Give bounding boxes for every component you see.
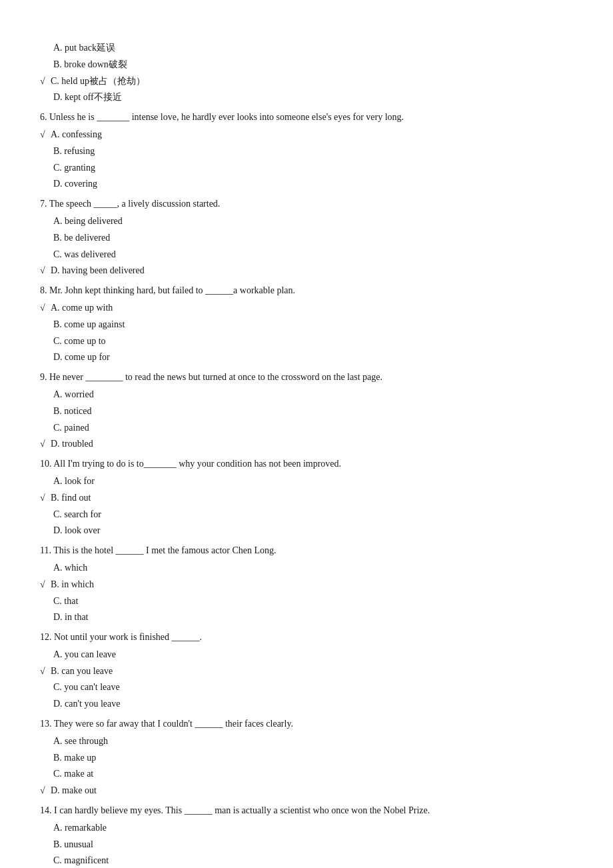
option-text: D. covering bbox=[53, 176, 97, 192]
option-row: C. was delivered bbox=[40, 247, 573, 263]
option-row: √ D. having been delivered bbox=[40, 263, 573, 279]
option-text: A. worried bbox=[53, 387, 94, 403]
option-row: A. look for bbox=[40, 473, 573, 489]
option-text: C. granting bbox=[53, 160, 95, 176]
option-text: C. magnificent bbox=[53, 853, 109, 868]
option-row: C. pained bbox=[40, 420, 573, 436]
option-text: C. come up to bbox=[53, 333, 106, 349]
option-row: √ D. make out bbox=[40, 783, 573, 799]
option-row: √ D. troubled bbox=[40, 436, 573, 452]
option-row: B. noticed bbox=[40, 403, 573, 419]
option-text: D. in that bbox=[53, 609, 89, 625]
option-row: A. remarkable bbox=[40, 820, 573, 836]
option-text: B. refusing bbox=[53, 143, 95, 159]
question-text: 9. He never ________ to read the news bu… bbox=[40, 369, 573, 385]
option-text: A. put back延误 bbox=[53, 40, 115, 56]
option-row: D. can't you leave bbox=[40, 696, 573, 712]
option-text: B. broke down破裂 bbox=[53, 57, 127, 73]
question-text: 6. Unless he is _______ intense love, he… bbox=[40, 109, 573, 125]
option-row: A. worried bbox=[40, 387, 573, 403]
option-row: B. broke down破裂 bbox=[40, 57, 573, 73]
question-text: 13. They were so far away that I couldn'… bbox=[40, 716, 573, 732]
content: A. put back延误B. broke down破裂√ C. held up… bbox=[40, 40, 573, 868]
option-text: B. in which bbox=[51, 577, 94, 593]
option-row: D. kept off不接近 bbox=[40, 89, 573, 105]
option-text: A. confessing bbox=[51, 127, 102, 143]
option-text: D. come up for bbox=[53, 349, 110, 365]
question-text: 7. The speech _____, a lively discussion… bbox=[40, 196, 573, 212]
correct-check: √ bbox=[40, 300, 51, 316]
option-row: C. make at bbox=[40, 766, 573, 782]
option-text: B. unusual bbox=[53, 837, 93, 853]
option-row: A. being delivered bbox=[40, 213, 573, 229]
question-text: 10. All I'm trying to do is to_______ wh… bbox=[40, 456, 573, 472]
option-text: C. was delivered bbox=[53, 247, 116, 263]
option-text: C. make at bbox=[53, 766, 93, 782]
option-row: C. you can't leave bbox=[40, 679, 573, 695]
option-text: D. troubled bbox=[51, 436, 93, 452]
option-text: A. see through bbox=[53, 733, 108, 749]
option-text: B. noticed bbox=[53, 403, 92, 419]
correct-check: √ bbox=[40, 490, 51, 506]
option-row: D. covering bbox=[40, 176, 573, 192]
correct-check: √ bbox=[40, 263, 51, 279]
option-row: B. make up bbox=[40, 750, 573, 766]
option-row: D. look over bbox=[40, 523, 573, 539]
option-text: A. being delivered bbox=[53, 213, 123, 229]
question-text: 14. I can hardly believe my eyes. This _… bbox=[40, 803, 573, 819]
option-text: B. come up against bbox=[53, 317, 125, 333]
option-text: D. look over bbox=[53, 523, 100, 539]
option-row: A. you can leave bbox=[40, 647, 573, 663]
correct-check: √ bbox=[40, 73, 51, 89]
question-text: 11. This is the hotel ______ I met the f… bbox=[40, 543, 573, 559]
option-row: √ C. held up被占（抢劫） bbox=[40, 73, 573, 89]
correct-check: √ bbox=[40, 663, 51, 679]
correct-check: √ bbox=[40, 577, 51, 593]
option-row: B. be delivered bbox=[40, 230, 573, 246]
option-row: √ A. come up with bbox=[40, 300, 573, 316]
option-text: C. held up被占（抢劫） bbox=[51, 73, 145, 89]
option-text: D. kept off不接近 bbox=[53, 89, 122, 105]
correct-check: √ bbox=[40, 436, 51, 452]
option-text: D. make out bbox=[51, 783, 97, 799]
option-row: C. magnificent bbox=[40, 853, 573, 868]
option-row: D. come up for bbox=[40, 349, 573, 365]
correct-check: √ bbox=[40, 127, 51, 143]
option-text: D. having been delivered bbox=[51, 263, 145, 279]
option-text: B. find out bbox=[51, 490, 91, 506]
option-row: √ B. find out bbox=[40, 490, 573, 506]
option-text: D. can't you leave bbox=[53, 696, 120, 712]
option-row: B. refusing bbox=[40, 143, 573, 159]
option-row: C. search for bbox=[40, 507, 573, 523]
option-text: C. search for bbox=[53, 507, 101, 523]
option-text: B. be delivered bbox=[53, 230, 110, 246]
option-row: A. which bbox=[40, 560, 573, 576]
option-row: √ B. in which bbox=[40, 577, 573, 593]
option-row: B. unusual bbox=[40, 837, 573, 853]
option-text: C. you can't leave bbox=[53, 679, 120, 695]
question-text: 12. Not until your work is finished ____… bbox=[40, 629, 573, 645]
option-row: D. in that bbox=[40, 609, 573, 625]
option-text: C. pained bbox=[53, 420, 89, 436]
option-row: A. see through bbox=[40, 733, 573, 749]
option-text: A. come up with bbox=[51, 300, 113, 316]
option-text: A. remarkable bbox=[53, 820, 107, 836]
option-row: C. granting bbox=[40, 160, 573, 176]
option-text: A. look for bbox=[53, 473, 95, 489]
option-row: √ A. confessing bbox=[40, 127, 573, 143]
option-text: B. make up bbox=[53, 750, 96, 766]
option-text: B. can you leave bbox=[51, 663, 113, 679]
option-row: C. that bbox=[40, 593, 573, 609]
option-text: C. that bbox=[53, 593, 78, 609]
option-row: √ B. can you leave bbox=[40, 663, 573, 679]
option-row: B. come up against bbox=[40, 317, 573, 333]
option-row: A. put back延误 bbox=[40, 40, 573, 56]
option-text: A. you can leave bbox=[53, 647, 116, 663]
correct-check: √ bbox=[40, 783, 51, 799]
question-text: 8. Mr. John kept thinking hard, but fail… bbox=[40, 283, 573, 299]
option-text: A. which bbox=[53, 560, 87, 576]
option-row: C. come up to bbox=[40, 333, 573, 349]
